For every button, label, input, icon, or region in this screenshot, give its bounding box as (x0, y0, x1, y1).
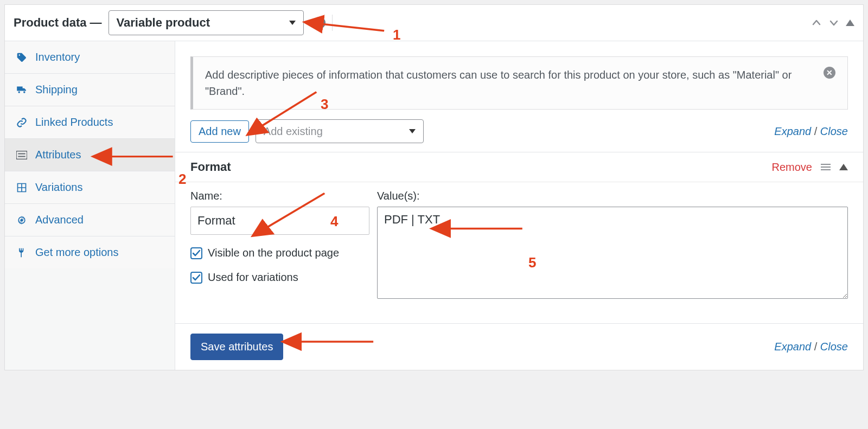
attribute-actions: Remove (772, 161, 848, 174)
expand-close-links: Expand / Close (774, 125, 848, 138)
attribute-left-col: Name: Visible on the product page Used f… (190, 190, 369, 302)
list-icon (16, 149, 28, 161)
tab-advanced[interactable]: Advanced (5, 204, 175, 236)
add-existing-select[interactable]: Add existing (256, 119, 424, 143)
attribute-body: Name: Visible on the product page Used f… (175, 182, 863, 323)
attribute-title: Format (190, 160, 231, 174)
panel-body: Inventory Shipping Linked Products Attri… (5, 41, 863, 370)
attribute-header[interactable]: Format Remove (175, 152, 863, 182)
dismiss-notice-icon[interactable]: ✕ (824, 67, 835, 79)
chevron-down-icon (289, 21, 296, 25)
drag-handle-icon[interactable] (821, 164, 831, 170)
attribute-name-input[interactable] (190, 207, 369, 235)
tag-icon (16, 52, 28, 63)
visible-checkbox-row: Visible on the product page (190, 247, 369, 259)
panel-controls (811, 17, 854, 28)
add-existing-placeholder: Add existing (264, 125, 323, 138)
move-up-icon[interactable] (811, 17, 822, 28)
expand-link[interactable]: Expand (774, 125, 811, 137)
annotation-3: 3 (321, 96, 328, 113)
svg-rect-2 (16, 151, 27, 159)
tab-inventory[interactable]: Inventory (5, 41, 175, 74)
gear-icon (16, 214, 28, 226)
panel-title: Product data — (14, 16, 102, 30)
divider (332, 15, 333, 31)
plug-icon (16, 247, 28, 259)
save-attributes-button[interactable]: Save attributes (190, 334, 283, 360)
annotation-4: 4 (330, 213, 338, 230)
main-content: Add descriptive pieces of information th… (175, 41, 863, 370)
values-label: Value(s): (377, 190, 848, 202)
tab-linked-products[interactable]: Linked Products (5, 106, 175, 139)
tab-label: Shipping (35, 84, 78, 96)
product-type-select[interactable]: Variable product (108, 10, 304, 35)
tab-label: Advanced (35, 214, 84, 226)
add-new-button[interactable]: Add new (190, 120, 249, 143)
link-icon (16, 117, 28, 129)
tab-attributes[interactable]: Attributes (5, 139, 175, 171)
attribute-right-col: Value(s): (377, 190, 848, 302)
attribute-values-textarea[interactable] (377, 207, 848, 299)
tab-shipping[interactable]: Shipping (5, 74, 175, 106)
tab-label: Linked Products (35, 116, 113, 129)
panel-header: Product data — Variable product ? (5, 5, 863, 41)
visible-label: Visible on the product page (208, 247, 339, 259)
move-down-icon[interactable] (828, 17, 839, 28)
expand-close-links-footer: Expand / Close (774, 341, 848, 353)
annotation-5: 5 (528, 254, 536, 271)
tab-label: Attributes (35, 149, 81, 161)
product-type-value: Variable product (117, 16, 210, 30)
visible-checkbox[interactable] (190, 247, 202, 259)
product-data-panel: Product data — Variable product ? Invent… (4, 4, 864, 370)
tab-label: Variations (35, 181, 82, 194)
collapse-panel-icon[interactable] (846, 20, 854, 26)
sidebar-tabs: Inventory Shipping Linked Products Attri… (5, 41, 175, 370)
tab-variations[interactable]: Variations (5, 171, 175, 204)
close-link[interactable]: Close (820, 125, 848, 137)
variations-checkbox-row: Used for variations (190, 271, 369, 284)
attributes-toolbar: Add new Add existing Expand / Close (175, 119, 863, 152)
svg-point-1 (23, 91, 25, 93)
close-link[interactable]: Close (820, 341, 848, 353)
truck-icon (16, 84, 28, 96)
variations-label: Used for variations (208, 271, 298, 284)
info-notice: Add descriptive pieces of information th… (190, 56, 848, 110)
help-icon[interactable]: ? (314, 17, 326, 29)
attributes-footer: Save attributes Expand / Close (175, 323, 863, 370)
collapse-attribute-icon[interactable] (839, 164, 848, 170)
expand-link[interactable]: Expand (774, 341, 811, 353)
tab-get-more[interactable]: Get more options (5, 236, 175, 268)
name-label: Name: (190, 190, 369, 202)
svg-point-0 (18, 91, 20, 93)
tab-label: Inventory (35, 51, 80, 63)
remove-attribute-link[interactable]: Remove (772, 161, 812, 174)
chevron-down-icon (409, 129, 416, 133)
info-text: Add descriptive pieces of information th… (205, 67, 816, 99)
annotation-1: 1 (393, 27, 400, 43)
tab-label: Get more options (35, 246, 118, 259)
grid-icon (16, 182, 28, 194)
variations-checkbox[interactable] (190, 272, 202, 284)
annotation-2: 2 (178, 171, 186, 188)
